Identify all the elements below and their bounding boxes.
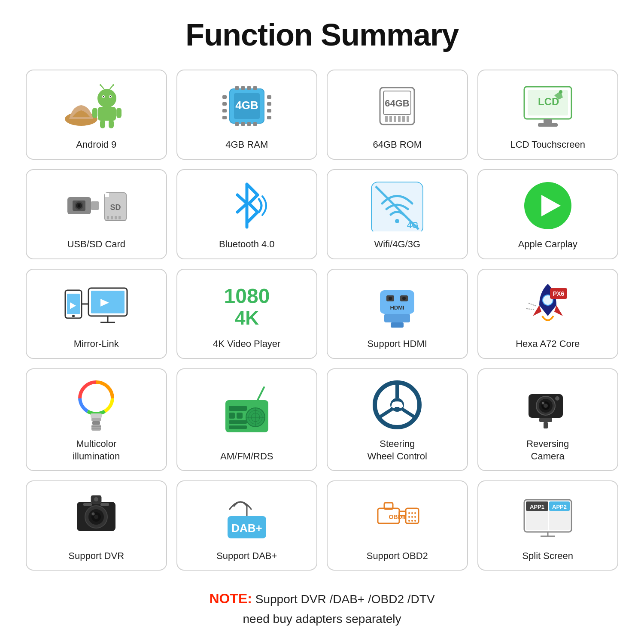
amfm-icon [182, 377, 313, 445]
svg-text:4G: 4G [407, 220, 419, 230]
svg-rect-47 [538, 123, 558, 127]
64gb-rom-label: 64GB ROM [373, 139, 422, 151]
svg-rect-26 [222, 95, 227, 99]
svg-point-125 [555, 396, 559, 401]
svg-point-145 [411, 512, 413, 514]
card-lcd-touchscreen: LCD LCD Touchscreen [477, 70, 619, 160]
svg-point-147 [408, 516, 410, 518]
svg-line-6 [101, 85, 104, 89]
svg-text:LCD: LCD [538, 96, 559, 107]
64gb-rom-icon: 64GB [332, 78, 463, 134]
svg-point-82 [402, 297, 406, 300]
4gb-ram-label: 4GB RAM [225, 139, 268, 151]
svg-point-135 [94, 497, 98, 501]
wifi-label: Wifi/4G/3G [374, 238, 420, 251]
svg-rect-123 [539, 418, 552, 422]
svg-text:DAB+: DAB+ [231, 522, 262, 535]
svg-rect-93 [91, 418, 101, 421]
svg-rect-14 [109, 120, 114, 128]
4gb-ram-icon: 4GB [182, 78, 313, 134]
note-section: NOTE: Support DVR /DAB+ /OBD2 /DTV need … [209, 588, 434, 629]
svg-text:OBDII: OBDII [389, 513, 406, 520]
lcd-touchscreen-label: LCD Touchscreen [510, 139, 585, 151]
svg-point-81 [389, 297, 392, 300]
svg-rect-29 [222, 116, 227, 119]
card-usb-sd: SD USB/SD Card [26, 169, 167, 259]
svg-rect-31 [267, 102, 271, 106]
svg-line-99 [258, 387, 264, 400]
hexa-icon: PX6 [483, 277, 614, 333]
hdmi-label: Support HDMI [368, 338, 427, 350]
svg-rect-10 [98, 107, 116, 121]
svg-rect-21 [253, 86, 257, 90]
card-multicolor: Multicolor illumination [26, 368, 167, 471]
hexa-label: Hexa A72 Core [516, 338, 580, 350]
wifi-icon: 4G [332, 178, 463, 233]
dab-icon: DAB+ [182, 489, 313, 544]
svg-rect-25 [253, 122, 257, 126]
svg-point-7 [100, 84, 101, 86]
svg-point-116 [399, 406, 402, 408]
card-steering: Steering Wheel Control [327, 368, 468, 471]
svg-line-114 [402, 409, 414, 417]
svg-point-68 [72, 315, 75, 317]
hdmi-icon: HDMI [332, 277, 463, 333]
svg-rect-19 [241, 86, 245, 90]
svg-point-115 [392, 406, 395, 408]
card-split: APP1 APP2 Split Screen [477, 480, 619, 571]
svg-rect-23 [241, 122, 245, 126]
obd2-label: Support OBD2 [367, 550, 428, 562]
card-android9: Android 9 [26, 70, 167, 160]
svg-point-144 [408, 512, 410, 514]
svg-rect-38 [394, 116, 396, 122]
card-wifi: 4G Wifi/4G/3G [327, 169, 468, 259]
svg-point-150 [408, 520, 410, 522]
svg-point-121 [544, 404, 548, 408]
svg-text:PX6: PX6 [553, 290, 565, 297]
lcd-touchscreen-icon: LCD [483, 78, 614, 134]
note-label: NOTE: [209, 591, 252, 606]
card-reversing: Reversing Camera [477, 368, 619, 471]
svg-rect-11 [92, 108, 97, 118]
svg-point-62 [395, 219, 399, 223]
svg-line-90 [526, 309, 535, 310]
bluetooth-icon [182, 178, 313, 233]
svg-rect-36 [385, 116, 388, 122]
steering-icon [332, 377, 463, 433]
steering-label: Steering Wheel Control [368, 438, 427, 462]
svg-point-131 [92, 512, 95, 515]
card-dvr: Support DVR [26, 480, 167, 571]
svg-rect-124 [544, 422, 548, 428]
amfm-label: AM/FM/RDS [220, 450, 273, 463]
note-text1: Support DVR /DAB+ /OBD2 /DTV [255, 592, 435, 606]
svg-rect-56 [107, 216, 109, 219]
svg-rect-32 [267, 109, 271, 112]
svg-rect-46 [544, 119, 552, 123]
dab-label: Support DAB+ [216, 550, 277, 562]
reversing-camera-icon [483, 377, 614, 433]
svg-rect-20 [247, 86, 251, 90]
svg-rect-13 [100, 120, 105, 128]
svg-point-53 [78, 204, 80, 207]
svg-rect-18 [235, 86, 239, 90]
svg-text:64GB: 64GB [385, 98, 410, 109]
usb-sd-icon: SD [31, 178, 162, 233]
mirror-link-label: Mirror-Link [74, 338, 119, 350]
svg-rect-95 [91, 425, 101, 431]
card-apple-carplay: Apple Carplay [477, 169, 619, 259]
card-4k-video: 1080 4K 4K Video Player [176, 269, 318, 359]
svg-rect-109 [229, 425, 247, 429]
svg-rect-40 [402, 116, 405, 122]
svg-text:SD: SD [110, 203, 121, 212]
svg-rect-22 [235, 122, 239, 126]
svg-rect-72 [91, 291, 125, 313]
svg-point-1 [97, 89, 116, 108]
svg-rect-94 [92, 421, 100, 425]
svg-rect-24 [247, 122, 251, 126]
card-hdmi: HDMI Support HDMI [327, 269, 468, 359]
svg-rect-12 [116, 108, 122, 118]
svg-text:APP1: APP1 [530, 504, 544, 510]
svg-text:APP2: APP2 [552, 504, 567, 510]
4k-video-label: 4K Video Player [213, 338, 280, 350]
svg-point-122 [542, 402, 544, 404]
